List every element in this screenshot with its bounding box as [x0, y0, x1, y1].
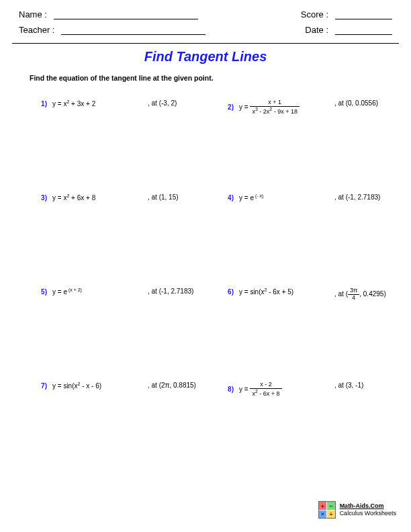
instructions: Find the equation of the tangent line at…	[30, 74, 411, 82]
teacher-blank	[61, 26, 205, 35]
problem-number: 2)	[220, 103, 234, 111]
problem-point: , at (-1, 2.7183)	[148, 287, 193, 295]
problem-number: 7)	[34, 382, 47, 390]
problem-number: 8)	[220, 386, 234, 393]
problem: 6)y = sin(x2 - 6x + 5)	[220, 287, 293, 296]
header-row-1: Name : Score :	[0, 9, 411, 19]
teacher-field: Teacher :	[19, 25, 205, 35]
date-blank	[335, 26, 392, 35]
problem: 7)y = sin(x2 - x - 6)	[34, 382, 101, 390]
problem: 5)y = e (x + 2)	[34, 287, 82, 296]
problem-equation: y = x2 + 3x + 2	[52, 99, 95, 107]
problem-equation: y = sin(x2 - 6x + 5)	[239, 287, 293, 296]
footer-text: Math-Aids.Com Calculus Worksheets	[340, 502, 396, 517]
problem-equation: y = sin(x2 - x - 6)	[52, 382, 101, 390]
page-title: Find Tangent Lines	[0, 49, 411, 64]
problem: 2)y = x + 1x3 - 2x2 - 9x + 18	[220, 99, 300, 116]
problem: 8)y = x - 2x2 - 6x + 8	[220, 382, 282, 398]
problem-point: , at (-1, 2.7183)	[334, 193, 380, 201]
problem-number: 1)	[34, 100, 47, 107]
problem-point: , at (0, 0.0556)	[334, 99, 378, 107]
name-label: Name :	[19, 9, 47, 19]
problem-point: , at (-3, 2)	[148, 99, 177, 107]
problem: 3)y = x2 + 6x + 8	[34, 193, 95, 202]
footer-subtitle: Calculus Worksheets	[340, 510, 396, 517]
teacher-label: Teacher :	[19, 25, 54, 35]
problem-point: , at (3π4, 0.4295)	[334, 287, 386, 302]
problem-equation: y = x2 + 6x + 8	[52, 193, 95, 202]
problem-point: , at (3, -1)	[334, 382, 363, 389]
problem-number: 3)	[34, 194, 47, 202]
header-divider	[12, 43, 399, 44]
problem-equation: y = e (x + 2)	[52, 287, 82, 296]
name-field: Name :	[19, 9, 198, 19]
problem-point: , at (2π, 0.8815)	[148, 382, 196, 389]
problem-point: , at (1, 15)	[148, 193, 179, 201]
date-label: Date :	[305, 25, 328, 35]
problem-number: 6)	[220, 288, 234, 296]
score-field: Score :	[301, 9, 392, 19]
score-blank	[335, 10, 392, 19]
score-label: Score :	[301, 9, 328, 19]
problem-equation: y = x - 2x2 - 6x + 8	[239, 382, 282, 398]
problem-number: 5)	[34, 288, 47, 296]
date-field: Date :	[305, 25, 392, 35]
name-blank	[54, 10, 198, 19]
math-aids-icon: + − × ÷	[318, 501, 336, 519]
problem-equation: y = e (- x)	[239, 193, 263, 202]
problem: 4)y = e (- x)	[220, 193, 263, 202]
problem: 1)y = x2 + 3x + 2	[34, 99, 95, 107]
footer: + − × ÷ Math-Aids.Com Calculus Worksheet…	[318, 501, 396, 519]
problem-equation: y = x + 1x3 - 2x2 - 9x + 18	[239, 99, 300, 116]
header-row-2: Teacher : Date :	[0, 25, 411, 35]
problem-number: 4)	[220, 194, 234, 202]
footer-link: Math-Aids.Com	[340, 502, 396, 510]
